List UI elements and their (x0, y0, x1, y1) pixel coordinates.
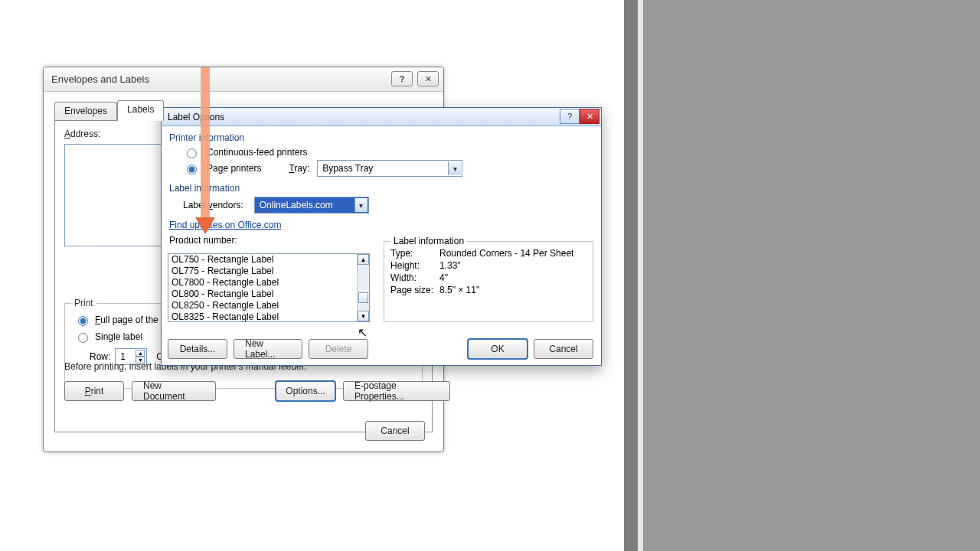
tab-label: Labels (127, 104, 154, 115)
close-button[interactable]: ✕ (417, 71, 439, 86)
list-item[interactable]: OL8325 - Rectangle Label (168, 311, 357, 322)
height-key: Height: (390, 260, 439, 271)
cancel-button[interactable]: Cancel (534, 339, 593, 359)
scroll-thumb[interactable] (358, 292, 368, 303)
ok-button[interactable]: OK (468, 339, 528, 359)
label-info-box: Label information Type:Rounded Corners -… (384, 241, 593, 322)
type-key: Type: (390, 248, 439, 259)
section-printer-info: Printer information (169, 132, 593, 143)
radio-label: Continuous-feed printers (207, 147, 307, 158)
tray-value: Bypass Tray (322, 163, 373, 174)
section-label-info: Label information (169, 183, 593, 194)
vendors-select[interactable]: OnlineLabels.com (254, 197, 369, 214)
pagesize-key: Page size: (390, 285, 439, 295)
radio-continuous-feed[interactable] (187, 148, 197, 158)
delete-button: Delete (309, 339, 368, 359)
vendors-value: OnlineLabels.com (260, 200, 333, 210)
dialog-titlebar[interactable]: Label Options ? ✕ (162, 108, 601, 126)
help-button[interactable]: ? (560, 109, 580, 124)
scroll-down-icon[interactable]: ▼ (358, 311, 369, 321)
list-item[interactable]: OL800 - Rectangle Label (168, 289, 357, 300)
list-item[interactable]: OL750 - Rectangle Label (168, 254, 357, 266)
label-options-dialog: Label Options ? ✕ Printer information Co… (161, 107, 602, 366)
product-number-listbox[interactable]: OL750 - Rectangle Label OL775 - Rectangl… (168, 253, 370, 322)
radio-single-label[interactable] (78, 333, 88, 343)
list-item[interactable]: OL775 - Rectangle Label (168, 266, 357, 277)
dialog-titlebar[interactable]: Envelopes and Labels ? ✕ (44, 67, 443, 92)
vendors-label: Label vendors: (183, 200, 243, 210)
new-label-button[interactable]: New Label... (234, 339, 302, 359)
tab-labels[interactable]: Labels (117, 100, 164, 121)
new-document-button[interactable]: New Document (132, 381, 216, 401)
type-value: Rounded Corners - 14 Per Sheet (439, 248, 573, 259)
group-title: Print (71, 298, 96, 308)
scrollbar[interactable]: ▲ ▼ (357, 254, 369, 321)
scroll-up-icon[interactable]: ▲ (358, 254, 369, 265)
dialog-title: Envelopes and Labels (51, 73, 149, 85)
dialog-title: Label Options (168, 112, 224, 122)
info-title: Label information (390, 236, 467, 246)
help-button[interactable]: ? (391, 71, 413, 86)
height-value: 1.33" (439, 260, 461, 271)
radio-page-printers[interactable] (187, 165, 197, 174)
tray-label: Tray: (289, 163, 309, 174)
radio-label: Page printers (207, 163, 261, 174)
radio-label: Single label (95, 331, 142, 342)
row-label: Row: (90, 351, 110, 362)
spin-up-icon[interactable]: ▲ (136, 350, 145, 357)
office-updates-link[interactable]: Find updates on Office.com (169, 220, 282, 230)
list-item[interactable]: OL7800 - Rectangle Label (168, 277, 357, 289)
cancel-button[interactable]: Cancel (365, 421, 425, 441)
radio-full-page[interactable] (78, 316, 88, 326)
print-button[interactable]: Print (64, 381, 124, 401)
pagesize-value: 8.5" × 11" (439, 285, 479, 295)
tab-envelopes[interactable]: Envelopes (54, 102, 117, 121)
tray-select[interactable]: Bypass Tray (317, 160, 462, 177)
width-key: Width: (390, 272, 439, 283)
epostage-button[interactable]: E-postage Properties... (343, 381, 450, 401)
desktop-background (624, 0, 980, 551)
width-value: 4" (439, 272, 448, 283)
row-value: 1 (120, 351, 126, 362)
close-button[interactable]: ✕ (580, 109, 599, 124)
options-button[interactable]: Options... (276, 381, 335, 401)
list-item[interactable]: OL8250 - Rectangle Label (168, 300, 357, 311)
details-button[interactable]: Details... (168, 339, 227, 359)
tab-label: Envelopes (64, 106, 107, 116)
